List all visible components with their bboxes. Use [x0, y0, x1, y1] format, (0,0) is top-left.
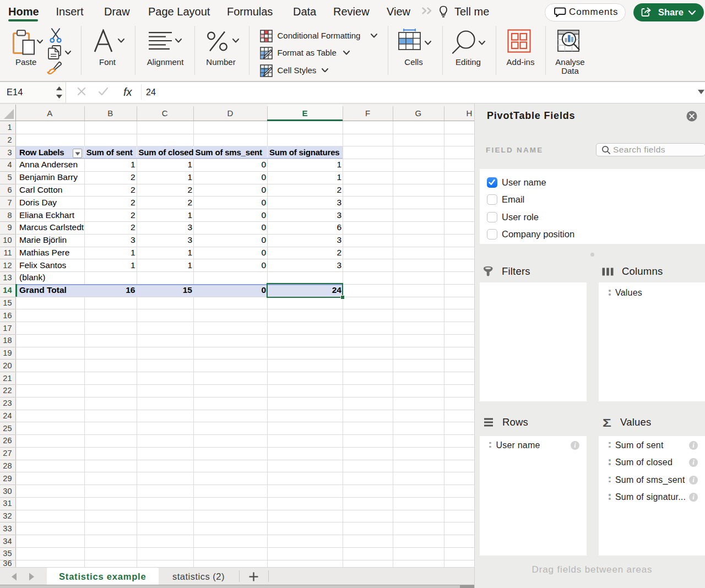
svg-text:i: i — [692, 442, 695, 449]
svg-text:i: i — [692, 493, 695, 501]
svg-text:i: i — [692, 476, 695, 484]
svg-text:i: i — [574, 442, 576, 449]
svg-text:i: i — [692, 459, 695, 466]
